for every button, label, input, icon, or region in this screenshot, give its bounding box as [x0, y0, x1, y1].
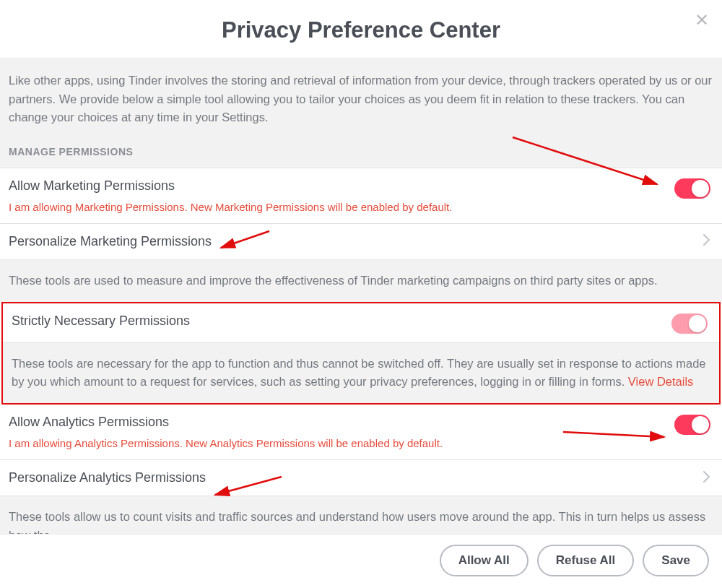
toggle-knob	[692, 180, 709, 197]
strictly-necessary-title: Strictly Necessary Permissions	[12, 312, 663, 330]
view-details-link[interactable]: View Details	[628, 375, 693, 388]
allow-marketing-row: Allow Marketing Permissions I am allowin…	[0, 168, 722, 223]
modal-header: Privacy Preference Center ✕	[0, 0, 722, 58]
close-button[interactable]: ✕	[695, 12, 709, 29]
modal-title: Privacy Preference Center	[12, 17, 710, 43]
marketing-description: These tools are used to measure and impr…	[0, 259, 722, 302]
chevron-right-icon	[703, 234, 710, 248]
section-label: MANAGE PERMISSIONS	[0, 134, 722, 168]
personalize-marketing-title: Personalize Marketing Permissions	[9, 233, 695, 251]
strictly-necessary-toggle	[671, 314, 708, 334]
allow-marketing-toggle[interactable]	[674, 178, 710, 199]
strictly-necessary-highlight: Strictly Necessary Permissions These too…	[1, 302, 721, 405]
strictly-necessary-row: Strictly Necessary Permissions	[3, 303, 719, 342]
toggle-knob	[689, 315, 706, 332]
personalize-analytics-title: Personalize Analytics Permissions	[9, 469, 695, 487]
toggle-knob	[692, 416, 709, 433]
allow-analytics-status: I am allowing Analytics Permissions. New…	[9, 436, 666, 451]
save-button[interactable]: Save	[643, 545, 709, 576]
refuse-all-button[interactable]: Refuse All	[537, 545, 635, 576]
allow-analytics-row: Allow Analytics Permissions I am allowin…	[0, 405, 722, 459]
close-icon: ✕	[695, 10, 709, 30]
allow-analytics-toggle[interactable]	[674, 415, 710, 435]
intro-text: Like other apps, using Tinder involves t…	[9, 72, 713, 127]
allow-analytics-title: Allow Analytics Permissions	[9, 413, 666, 431]
strictly-necessary-description: These tools are necessary for the app to…	[3, 342, 719, 403]
strictly-desc-text: These tools are necessary for the app to…	[12, 357, 706, 389]
allow-marketing-status: I am allowing Marketing Permissions. New…	[9, 199, 666, 215]
chevron-right-icon	[703, 471, 710, 485]
personalize-analytics-row[interactable]: Personalize Analytics Permissions	[0, 459, 722, 496]
personalize-marketing-row[interactable]: Personalize Marketing Permissions	[0, 223, 722, 259]
footer: Allow All Refuse All Save	[0, 534, 722, 588]
allow-all-button[interactable]: Allow All	[440, 545, 529, 576]
intro-section: Like other apps, using Tinder involves t…	[0, 58, 722, 134]
allow-marketing-title: Allow Marketing Permissions	[9, 177, 666, 195]
